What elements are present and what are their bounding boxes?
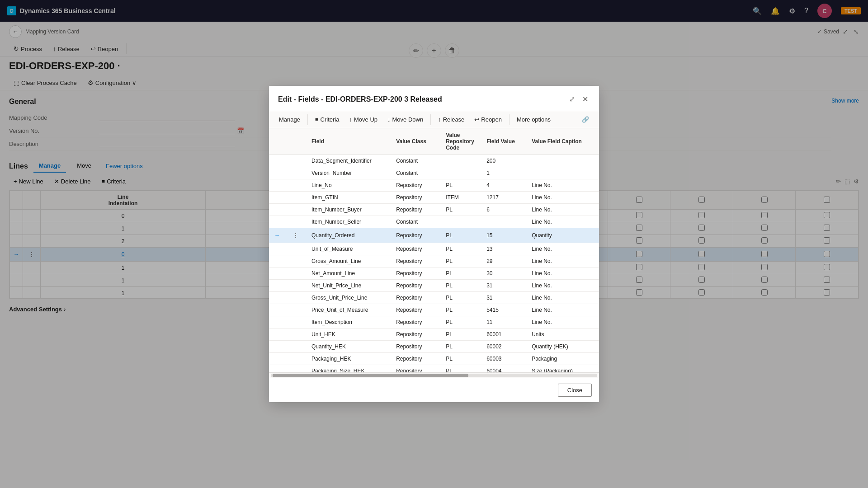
modal-expand-button[interactable]: ⤢ <box>567 93 577 105</box>
modal-table-row[interactable]: Unit_of_Measure Repository PL 13 Line No… <box>269 243 599 255</box>
modal-close-footer-button[interactable]: Close <box>558 384 592 397</box>
col-value-class-header: Value Class <box>391 128 440 155</box>
toolbar-divider-1 <box>307 114 308 125</box>
modal-table-row[interactable]: Version_Number Constant 1 <box>269 167 599 179</box>
modal-header: Edit - Fields - EDI-ORDERS-EXP-200 3 Rel… <box>269 86 599 111</box>
modal-criteria-icon: ≡ <box>315 116 319 123</box>
modal-table-row[interactable]: Net_Amount_Line Repository PL 30 Line No… <box>269 267 599 280</box>
modal-release-label: Release <box>443 116 465 123</box>
modal-criteria-label: Criteria <box>321 116 340 123</box>
col-value-field-caption-header: Value Field Caption <box>526 128 599 155</box>
modal-table-row[interactable]: Gross_Amount_Line Repository PL 29 Line … <box>269 255 599 267</box>
modal-move-up-button[interactable]: ↑ Move Up <box>344 114 382 125</box>
modal-table-row[interactable]: Packaging_HEK Repository PL 60003 Packag… <box>269 353 599 365</box>
modal-table-row[interactable]: Gross_Unit_Price_Line Repository PL 31 L… <box>269 292 599 304</box>
modal-reopen-icon: ↩ <box>474 116 479 123</box>
modal-table-row[interactable]: Quantity_HEK Repository PL 60002 Quantit… <box>269 341 599 353</box>
modal-scrollbar[interactable] <box>269 372 599 378</box>
modal-toolbar: Manage ≡ Criteria ↑ Move Up ↓ Move Down … <box>269 111 599 128</box>
modal-table-row[interactable]: Line_No Repository PL 4 Line No. <box>269 179 599 192</box>
modal-table-row[interactable]: Item_Number_Buyer Repository PL 6 Line N… <box>269 204 599 216</box>
modal-table-row[interactable]: Item_Description Repository PL 11 Line N… <box>269 316 599 328</box>
modal-move-down-icon: ↓ <box>387 116 391 123</box>
selected-arrow-indicator: → <box>274 232 280 239</box>
modal-link-button[interactable]: 🔗 <box>577 114 594 125</box>
col-field-header: Field <box>306 128 391 155</box>
modal-release-button[interactable]: ↑ Release <box>434 114 469 125</box>
modal-table-row[interactable]: Item_GTIN Repository ITEM 1217 Line No. <box>269 192 599 204</box>
modal-more-options-label: More options <box>517 116 551 123</box>
modal-table-row[interactable]: Price_Unit_of_Measure Repository PL 5415… <box>269 304 599 316</box>
modal-table-row[interactable]: Unit_HEK Repository PL 60001 Units <box>269 328 599 341</box>
modal-move-down-label: Move Down <box>392 116 424 123</box>
modal-manage-button[interactable]: Manage <box>274 114 305 125</box>
modal-manage-label: Manage <box>279 116 300 123</box>
toolbar-divider-3 <box>509 114 509 125</box>
modal-reopen-label: Reopen <box>481 116 502 123</box>
modal-table-row[interactable]: Data_Segment_Identifier Constant 200 <box>269 155 599 167</box>
modal-table-row[interactable]: Net_Unit_Price_Line Repository PL 31 Lin… <box>269 280 599 292</box>
scrollbar-track <box>271 374 597 377</box>
modal-ctx-menu-btn[interactable]: ⋮ <box>291 231 301 240</box>
col-value-repo-header: Value Repository Code <box>440 128 481 155</box>
modal-table-row[interactable]: → ⋮ Quantity_Ordered Repository PL 15 Qu… <box>269 228 599 243</box>
modal-overlay: Edit - Fields - EDI-ORDERS-EXP-200 3 Rel… <box>0 0 868 488</box>
modal-move-up-label: Move Up <box>354 116 377 123</box>
modal-criteria-button[interactable]: ≡ Criteria <box>311 114 344 125</box>
col-arrow-header <box>269 128 285 155</box>
scrollbar-thumb[interactable] <box>273 374 468 377</box>
col-ctx-header <box>285 128 306 155</box>
modal-move-up-icon: ↑ <box>349 116 352 123</box>
modal-table-row[interactable]: Item_Number_Seller Constant Line No. <box>269 216 599 228</box>
modal-title: Edit - Fields - EDI-ORDERS-EXP-200 3 Rel… <box>278 95 564 103</box>
modal-release-icon: ↑ <box>438 116 441 123</box>
modal-reopen-button[interactable]: ↩ Reopen <box>470 114 506 125</box>
col-field-value-header: Field Value <box>481 128 526 155</box>
modal-table: Field Value Class Value Repository Code … <box>269 128 599 372</box>
modal-move-down-button[interactable]: ↓ Move Down <box>383 114 428 125</box>
modal-table-row[interactable]: Packaging_Size_HEK Repository PL 60004 S… <box>269 365 599 373</box>
modal-footer: Close <box>269 378 599 402</box>
modal-table-container: Field Value Class Value Repository Code … <box>269 128 599 372</box>
modal-close-button[interactable]: ✕ <box>580 93 590 105</box>
modal: Edit - Fields - EDI-ORDERS-EXP-200 3 Rel… <box>269 86 599 402</box>
modal-more-options-button[interactable]: More options <box>512 114 555 125</box>
toolbar-divider-2 <box>430 114 431 125</box>
modal-link-icon: 🔗 <box>582 116 589 123</box>
